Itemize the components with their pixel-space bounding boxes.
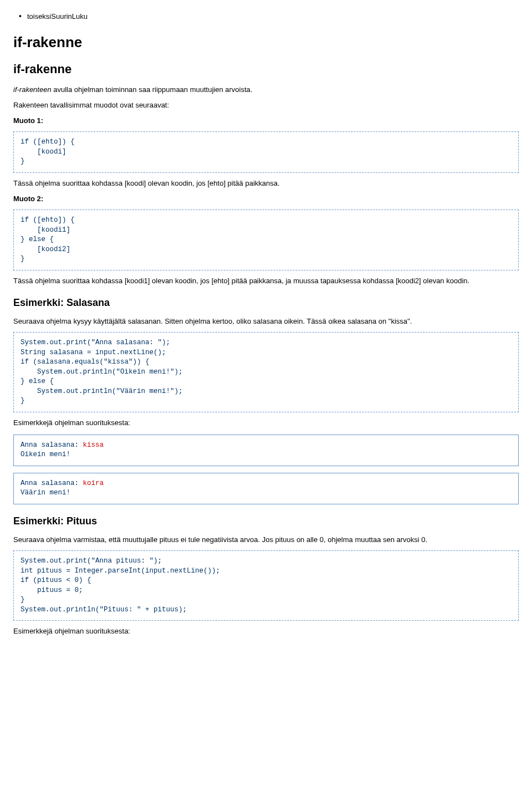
code-block-muoto1: if ([ehto]) { [koodi] }	[13, 131, 519, 173]
muoto2-after: Tässä ohjelma suorittaa kohdassa [koodi1…	[13, 276, 519, 286]
muoto2-label: Muoto 2:	[13, 194, 519, 204]
code-block-pituus: System.out.print("Anna pituus: "); int p…	[13, 550, 519, 621]
run1-line2: Oikein meni!	[21, 451, 70, 458]
muoto1-label: Muoto 1:	[13, 116, 519, 126]
code-block-salasana: System.out.print("Anna salasana: "); Str…	[13, 332, 519, 412]
esimerkkeja-label-2: Esimerkkejä ohjelman suorituksesta:	[13, 626, 519, 636]
intro-paragraph: if-rakenteen avulla ohjelman toiminnan s…	[13, 85, 519, 95]
heading-pituus: Esimerkki: Pituus	[13, 514, 519, 528]
heading-1: if-rakenne	[13, 32, 519, 52]
heading-2: if-rakenne	[13, 61, 519, 78]
bullet-list: toiseksiSuurinLuku	[19, 11, 519, 22]
code-block-muoto2: if ([ehto]) { [koodi1] } else { [koodi2]…	[13, 210, 519, 270]
run-output-2: Anna salasana: koira Väärin meni!	[13, 473, 519, 504]
esimerkkeja-label-1: Esimerkkejä ohjelman suorituksesta:	[13, 418, 519, 428]
intro-italic: if-rakenteen	[13, 85, 52, 94]
salasana-intro: Seuraava ohjelma kysyy käyttäjältä salas…	[13, 316, 519, 326]
intro-rest: avulla ohjelman toiminnan saa riippumaan…	[52, 85, 253, 94]
run2-line1b: koira	[83, 479, 104, 487]
run1-line1a: Anna salasana:	[21, 441, 83, 449]
rakenteen-intro: Rakenteen tavallisimmat muodot ovat seur…	[13, 100, 519, 110]
bullet-item: toiseksiSuurinLuku	[19, 11, 519, 22]
run-output-1: Anna salasana: kissa Oikein meni!	[13, 435, 519, 466]
run1-line1b: kissa	[83, 441, 104, 449]
pituus-intro: Seuraava ohjelma varmistaa, että muuttuj…	[13, 535, 519, 545]
run2-line1a: Anna salasana:	[21, 479, 83, 487]
run2-line2: Väärin meni!	[21, 489, 70, 497]
muoto1-after: Tässä ohjelma suorittaa kohdassa [koodi]…	[13, 178, 519, 188]
heading-salasana: Esimerkki: Salasana	[13, 296, 519, 310]
